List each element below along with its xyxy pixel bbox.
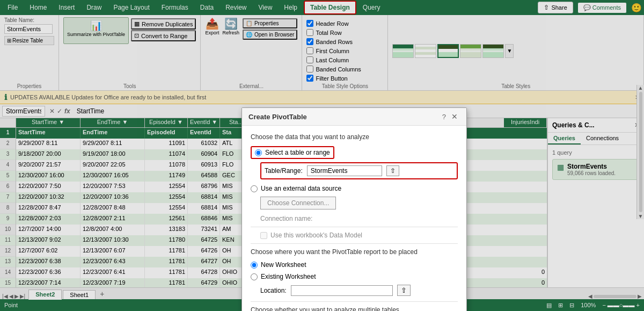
- external-source-label[interactable]: Use an external data source: [251, 185, 458, 192]
- workbook-model-checkbox[interactable]: [260, 232, 267, 239]
- existing-worksheet-radio[interactable]: [251, 273, 258, 280]
- workbook-model-label[interactable]: Use this workbook's Data Model: [260, 232, 458, 239]
- dialog-body: Choose the data that you want to analyze…: [242, 126, 466, 311]
- location-collapse-button[interactable]: ⇧: [397, 285, 411, 296]
- table-range-label: Table/Range:: [265, 167, 303, 175]
- new-worksheet-radio[interactable]: [251, 262, 258, 269]
- table-range-input[interactable]: [307, 165, 382, 176]
- table-range-row: Table/Range: ⇧: [260, 162, 458, 179]
- select-table-radio[interactable]: [255, 149, 262, 156]
- dialog-help-button[interactable]: ?: [442, 112, 446, 121]
- choose-connection-button[interactable]: Choose Connection...: [260, 197, 336, 209]
- create-pivot-dialog: Create PivotTable ? ✕ Choose the data th…: [241, 107, 467, 311]
- choose-data-label: Choose the data that you want to analyze: [251, 133, 458, 141]
- dialog-close-button[interactable]: ✕: [449, 112, 460, 121]
- dialog-title-bar: Create PivotTable ? ✕: [242, 108, 466, 126]
- select-table-radio-box: Select a table or range: [251, 146, 334, 159]
- existing-worksheet-label[interactable]: Existing Worksheet: [251, 273, 458, 280]
- connection-name-row: Connection name:: [260, 215, 458, 222]
- dialog-overlay: Create PivotTable ? ✕ Choose the data th…: [0, 0, 644, 311]
- external-source-radio[interactable]: [251, 185, 258, 192]
- multiple-tables-label: Choose whether you want to analyze multi…: [251, 306, 458, 311]
- location-input[interactable]: [291, 285, 393, 296]
- table-range-collapse-button[interactable]: ⇧: [386, 165, 399, 176]
- placement-label: Choose where you want the PivotTable rep…: [251, 248, 458, 256]
- select-table-label[interactable]: Select a table or range: [255, 149, 330, 156]
- new-worksheet-label[interactable]: New Worksheet: [251, 261, 458, 269]
- location-label: Location:: [260, 287, 287, 294]
- dialog-title-text: Create PivotTable: [248, 113, 307, 121]
